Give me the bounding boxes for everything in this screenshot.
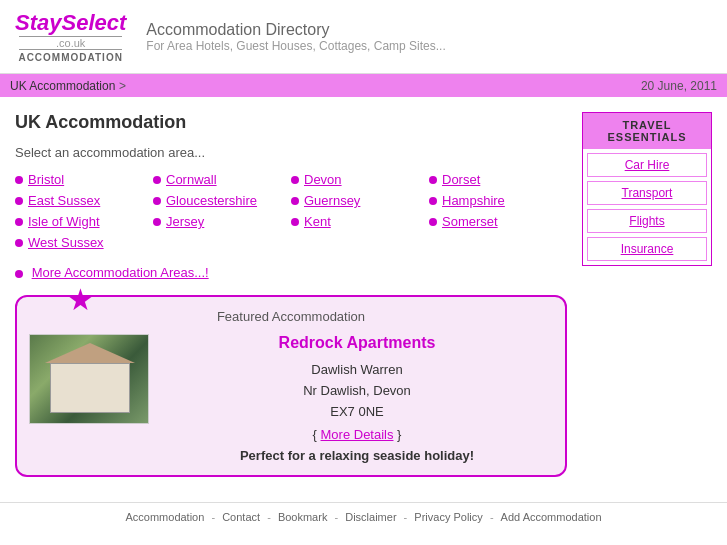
- house-shape: [50, 363, 130, 413]
- logo-co: .co.uk: [19, 36, 122, 50]
- breadcrumb-link[interactable]: UK Accommodation: [10, 79, 115, 93]
- featured-address: Dawlish Warren Nr Dawlish, Devon EX7 0NE: [161, 360, 553, 422]
- site-subtitle: For Area Hotels, Guest Houses, Cottages,…: [146, 39, 445, 53]
- dot-icon: [153, 218, 161, 226]
- footer-link-privacy[interactable]: Privacy Policy: [414, 511, 482, 523]
- area-col-2: Cornwall Gloucestershire Jersey: [153, 172, 291, 250]
- logo-stay: Stay: [15, 10, 61, 36]
- select-prompt: Select an accommodation area...: [15, 145, 567, 160]
- dot-icon: [291, 176, 299, 184]
- area-col-3: Devon Guernsey Kent: [291, 172, 429, 250]
- dot-icon: [429, 218, 437, 226]
- footer-link-accommodation[interactable]: Accommodation: [125, 511, 204, 523]
- dot-icon: [15, 176, 23, 184]
- areas-grid: Bristol East Sussex Isle of Wight West S…: [15, 172, 567, 250]
- featured-box: ★ Featured Accommodation Redrock Apartme…: [15, 295, 567, 477]
- house-roof: [45, 343, 135, 363]
- area-gloucestershire[interactable]: Gloucestershire: [153, 193, 291, 208]
- area-hampshire[interactable]: Hampshire: [429, 193, 567, 208]
- area-col-1: Bristol East Sussex Isle of Wight West S…: [15, 172, 153, 250]
- featured-content: Redrock Apartments Dawlish Warren Nr Daw…: [29, 334, 553, 463]
- sidebar-item-flights[interactable]: Flights: [587, 209, 707, 233]
- dot-icon: [291, 197, 299, 205]
- travel-essentials: TRAVEL ESSENTIALS Car Hire Transport Fli…: [582, 112, 712, 266]
- logo-accommodation: ACCOMMODATION: [15, 52, 126, 63]
- dot-icon: [153, 197, 161, 205]
- area-dorset[interactable]: Dorset: [429, 172, 567, 187]
- more-areas: More Accommodation Areas...!: [15, 265, 567, 280]
- travel-essentials-header: TRAVEL ESSENTIALS: [583, 113, 711, 149]
- featured-image: [29, 334, 149, 424]
- logo[interactable]: StaySelect .co.uk ACCOMMODATION: [15, 10, 126, 63]
- featured-image-inner: [30, 335, 148, 423]
- main-content: UK Accommodation Select an accommodation…: [0, 97, 727, 492]
- sidebar-item-transport[interactable]: Transport: [587, 181, 707, 205]
- area-kent[interactable]: Kent: [291, 214, 429, 229]
- sidebar: TRAVEL ESSENTIALS Car Hire Transport Fli…: [582, 112, 712, 477]
- dot-icon: [291, 218, 299, 226]
- dot-icon: [15, 239, 23, 247]
- more-areas-link[interactable]: More Accommodation Areas...!: [32, 265, 209, 280]
- featured-title: Featured Accommodation: [29, 309, 553, 324]
- area-west-sussex[interactable]: West Sussex: [15, 235, 153, 250]
- dot-icon: [429, 197, 437, 205]
- dot-icon: [153, 176, 161, 184]
- dot-icon: [15, 197, 23, 205]
- area-cornwall[interactable]: Cornwall: [153, 172, 291, 187]
- area-east-sussex[interactable]: East Sussex: [15, 193, 153, 208]
- sidebar-item-insurance[interactable]: Insurance: [587, 237, 707, 261]
- footer-link-add[interactable]: Add Accommodation: [501, 511, 602, 523]
- logo-select: Select: [61, 10, 126, 36]
- breadcrumb-chevron: >: [119, 79, 126, 93]
- area-isle-of-wight[interactable]: Isle of Wight: [15, 214, 153, 229]
- featured-info: Redrock Apartments Dawlish Warren Nr Daw…: [161, 334, 553, 463]
- sidebar-item-car-hire[interactable]: Car Hire: [587, 153, 707, 177]
- area-bristol[interactable]: Bristol: [15, 172, 153, 187]
- area-jersey[interactable]: Jersey: [153, 214, 291, 229]
- star-icon: ★: [67, 282, 94, 317]
- area-col-4: Dorset Hampshire Somerset: [429, 172, 567, 250]
- area-guernsey[interactable]: Guernsey: [291, 193, 429, 208]
- page-title: UK Accommodation: [15, 112, 567, 133]
- header-text: Accommodation Directory For Area Hotels,…: [146, 21, 445, 53]
- footer-link-bookmark[interactable]: Bookmark: [278, 511, 328, 523]
- dot-icon: [15, 218, 23, 226]
- dot-icon: [429, 176, 437, 184]
- dot-icon: [15, 270, 23, 278]
- footer: Accommodation - Contact - Bookmark - Dis…: [0, 502, 727, 531]
- featured-tagline: Perfect for a relaxing seaside holiday!: [161, 448, 553, 463]
- area-devon[interactable]: Devon: [291, 172, 429, 187]
- content-area: UK Accommodation Select an accommodation…: [15, 112, 567, 477]
- area-somerset[interactable]: Somerset: [429, 214, 567, 229]
- site-title: Accommodation Directory: [146, 21, 445, 39]
- featured-name: Redrock Apartments: [161, 334, 553, 352]
- breadcrumb: UK Accommodation >: [10, 78, 126, 93]
- breadcrumb-bar: UK Accommodation > 20 June, 2011: [0, 74, 727, 97]
- site-header: StaySelect .co.uk ACCOMMODATION Accommod…: [0, 0, 727, 74]
- footer-link-disclaimer[interactable]: Disclaimer: [345, 511, 396, 523]
- footer-link-contact[interactable]: Contact: [222, 511, 260, 523]
- date-display: 20 June, 2011: [641, 79, 717, 93]
- featured-more: { More Details }: [161, 427, 553, 442]
- more-details-link[interactable]: More Details: [321, 427, 394, 442]
